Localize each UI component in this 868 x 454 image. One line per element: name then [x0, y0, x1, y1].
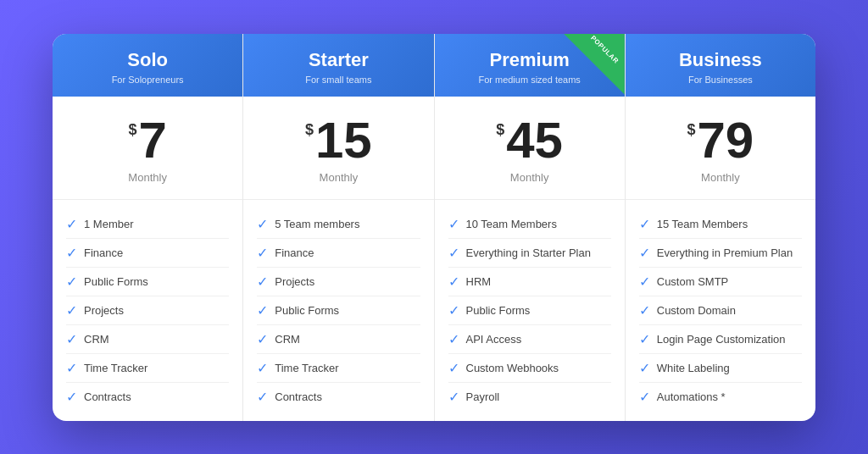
check-icon: ✓: [66, 216, 77, 232]
price-amount: 79: [698, 115, 754, 166]
feature-label: Everything in Premium Plan: [657, 246, 793, 259]
feature-item: ✓ Everything in Starter Plan: [448, 239, 611, 268]
plan-solo: Solo For Solopreneurs $ 7 Monthly ✓ 1 Me…: [53, 34, 243, 421]
price-row: $ 45: [445, 115, 615, 166]
feature-label: HRM: [466, 275, 492, 288]
price-period: Monthly: [63, 171, 232, 184]
plan-header: Business For Businesses: [626, 34, 815, 97]
feature-item: ✓ Time Tracker: [66, 354, 229, 383]
plan-starter: Starter For small teams $ 15 Monthly ✓ 5…: [243, 34, 434, 421]
feature-label: CRM: [84, 333, 109, 346]
feature-label: Custom SMTP: [657, 275, 729, 288]
check-icon: ✓: [257, 389, 268, 405]
plan-price-section: $ 15 Monthly: [243, 97, 433, 200]
feature-item: ✓ White Labeling: [639, 354, 802, 383]
check-icon: ✓: [66, 360, 77, 376]
check-icon: ✓: [639, 302, 650, 318]
plan-tagline: For small teams: [253, 75, 423, 85]
check-icon: ✓: [66, 274, 77, 290]
check-icon: ✓: [257, 302, 268, 318]
feature-label: Contracts: [84, 390, 131, 403]
feature-item: ✓ Login Page Customization: [639, 325, 802, 354]
feature-label: Time Tracker: [275, 362, 338, 374]
feature-label: 15 Team Members: [657, 218, 748, 230]
feature-label: Custom Webhooks: [466, 362, 559, 374]
check-icon: ✓: [639, 389, 650, 405]
plan-header: Starter For small teams: [243, 34, 433, 97]
plan-price-section: $ 79 Monthly: [626, 97, 815, 200]
check-icon: ✓: [257, 331, 268, 347]
plan-name: Starter: [253, 49, 423, 71]
feature-item: ✓ 1 Member: [66, 210, 229, 239]
feature-item: ✓ Custom Webhooks: [448, 354, 611, 383]
feature-item: ✓ CRM: [257, 325, 420, 354]
feature-item: ✓ Contracts: [66, 383, 229, 411]
feature-item: ✓ Payroll: [448, 383, 611, 411]
feature-item: ✓ Custom SMTP: [639, 268, 802, 296]
check-icon: ✓: [639, 216, 650, 232]
check-icon: ✓: [257, 360, 268, 376]
feature-item: ✓ Finance: [66, 239, 229, 268]
feature-item: ✓ HRM: [448, 268, 611, 296]
plan-price-section: $ 45 Monthly: [435, 97, 625, 200]
feature-label: Contracts: [275, 390, 322, 403]
feature-label: 1 Member: [84, 218, 134, 230]
pricing-table: Solo For Solopreneurs $ 7 Monthly ✓ 1 Me…: [53, 34, 815, 421]
feature-label: Everything in Starter Plan: [466, 246, 591, 259]
plan-header: Solo For Solopreneurs: [53, 34, 242, 97]
check-icon: ✓: [66, 389, 77, 405]
features-list: ✓ 1 Member ✓ Finance ✓ Public Forms ✓ Pr…: [53, 200, 242, 421]
feature-label: Automations *: [657, 390, 726, 403]
plan-business: Business For Businesses $ 79 Monthly ✓ 1…: [626, 34, 815, 421]
price-amount: 45: [506, 115, 563, 166]
check-icon: ✓: [639, 360, 650, 376]
price-dollar: $: [496, 122, 504, 137]
plan-tagline: For medium sized teams: [445, 75, 615, 85]
price-amount: 15: [315, 115, 372, 166]
feature-label: Custom Domain: [657, 304, 736, 317]
feature-item: ✓ Everything in Premium Plan: [639, 239, 802, 268]
feature-item: ✓ API Access: [448, 325, 611, 354]
feature-item: ✓ 5 Team members: [257, 210, 420, 239]
feature-item: ✓ CRM: [66, 325, 229, 354]
price-dollar: $: [687, 122, 695, 137]
plan-name: Solo: [63, 49, 232, 71]
feature-label: White Labeling: [657, 362, 730, 374]
feature-item: ✓ Time Tracker: [257, 354, 420, 383]
check-icon: ✓: [448, 216, 459, 232]
price-amount: 7: [138, 115, 166, 166]
price-period: Monthly: [636, 171, 805, 184]
price-row: $ 15: [253, 115, 423, 166]
check-icon: ✓: [639, 331, 650, 347]
features-list: ✓ 10 Team Members ✓ Everything in Starte…: [435, 200, 625, 421]
feature-item: ✓ Public Forms: [66, 268, 229, 296]
feature-label: Projects: [275, 275, 314, 288]
feature-label: 10 Team Members: [466, 218, 557, 230]
feature-label: Finance: [84, 246, 123, 259]
features-list: ✓ 15 Team Members ✓ Everything in Premiu…: [626, 200, 815, 421]
price-row: $ 79: [636, 115, 805, 166]
check-icon: ✓: [448, 389, 459, 405]
plan-premium: POPULAR Premium For medium sized teams $…: [435, 34, 626, 421]
feature-item: ✓ Contracts: [257, 383, 420, 411]
feature-item: ✓ Automations *: [639, 383, 802, 411]
feature-item: ✓ Public Forms: [257, 296, 420, 325]
feature-item: ✓ 15 Team Members: [639, 210, 802, 239]
check-icon: ✓: [66, 302, 77, 318]
features-list: ✓ 5 Team members ✓ Finance ✓ Projects ✓ …: [243, 200, 433, 421]
check-icon: ✓: [257, 216, 268, 232]
check-icon: ✓: [448, 360, 459, 376]
price-row: $ 7: [63, 115, 232, 166]
price-dollar: $: [305, 122, 314, 137]
plan-price-section: $ 7 Monthly: [53, 97, 242, 200]
feature-item: ✓ Custom Domain: [639, 296, 802, 325]
feature-label: Projects: [84, 304, 124, 317]
feature-item: ✓ Finance: [257, 239, 420, 268]
check-icon: ✓: [639, 245, 650, 261]
feature-label: Public Forms: [466, 304, 531, 317]
check-icon: ✓: [448, 331, 459, 347]
check-icon: ✓: [257, 245, 268, 261]
check-icon: ✓: [448, 245, 459, 261]
feature-label: Login Page Customization: [657, 333, 786, 346]
feature-label: Finance: [275, 246, 314, 259]
